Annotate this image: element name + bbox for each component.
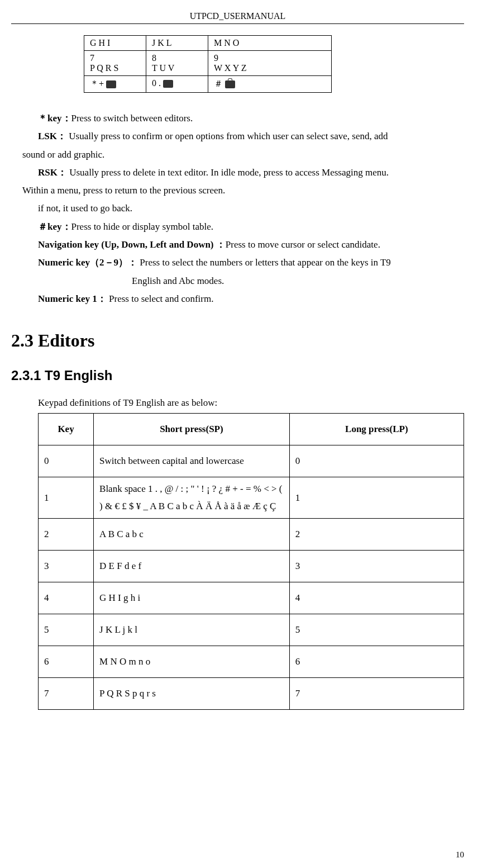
keypad-letters: W X Y Z — [214, 63, 247, 73]
keypad-cell: M N O — [208, 36, 332, 51]
def-line: Numeric key（2－9）： Press to select the nu… — [22, 254, 464, 272]
t9-lp: 7 — [289, 678, 464, 710]
page-header: UTPCD_USERMANUAL — [11, 11, 464, 24]
t9-header-sp: Short press(SP) — [94, 414, 290, 445]
t9-lp: 3 — [289, 551, 464, 582]
t9-lp: 1 — [289, 477, 464, 519]
t9-sp: M N O m n o — [94, 646, 290, 678]
keypad-cell: G H I — [84, 36, 146, 51]
num1-text: Press to select and confirm. — [107, 293, 214, 304]
t9-key: 5 — [39, 614, 94, 646]
keypad-cell: 8 T U V — [146, 51, 208, 76]
keypad-cell: 0 . — [146, 76, 208, 93]
subsection-heading: 2.3.1 T9 English — [11, 368, 464, 383]
lsk-label: LSK： — [38, 131, 66, 141]
mode-icon — [106, 80, 116, 88]
keypad-letters: P Q R S — [90, 63, 118, 73]
def-line: if not, it used to go back. — [22, 200, 464, 217]
star-key-text: Press to switch between editors. — [71, 113, 193, 124]
def-line: Navigation key (Up, Down, Left and Down)… — [22, 236, 464, 254]
t9-sp: G H I g h i — [94, 582, 290, 614]
t9-lp: 0 — [289, 445, 464, 477]
def-line: Numeric key 1： Press to select and confi… — [22, 290, 464, 308]
keypad-symbol: ＊+ — [90, 79, 106, 88]
t9-keypad-table: Key Short press(SP) Long press(LP) 0 Swi… — [38, 413, 464, 710]
t9-lp: 6 — [289, 646, 464, 678]
num29-label: Numeric key（2－9）： — [38, 257, 137, 268]
keypad-cell: ＊+ — [84, 76, 146, 93]
t9-key: 4 — [39, 582, 94, 614]
t9-lp: 5 — [289, 614, 464, 646]
mode-icon — [163, 80, 173, 88]
keypad-cell: 9 W X Y Z — [208, 51, 332, 76]
section-heading: 2.3 Editors — [11, 330, 464, 351]
star-key-label: ＊key： — [38, 113, 71, 124]
nav-key-label: Navigation key (Up, Down, Left and Down)… — [38, 239, 226, 250]
def-line: ＃key：Press to hide or display symbol tab… — [22, 218, 464, 236]
keypad-num: 9 — [214, 53, 218, 63]
num1-label: Numeric key 1： — [38, 293, 107, 304]
lock-icon — [225, 80, 235, 88]
table-row: 7 P Q R S p q r s 7 — [39, 678, 464, 710]
t9-key: 1 — [39, 477, 94, 519]
nav-key-text: Press to move cursor or select candidate… — [226, 239, 380, 250]
keypad-symbol: 0 . — [152, 78, 163, 88]
def-line: RSK： Usually press to delete in text edi… — [22, 164, 464, 182]
hash-key-label: ＃key： — [38, 221, 71, 232]
t9-sp: P Q R S p q r s — [94, 678, 290, 710]
t9-key: 0 — [39, 445, 94, 477]
keypad-cell: ＃ — [208, 76, 332, 93]
t9-sp: J K L j k l — [94, 614, 290, 646]
table-row: 2 A B C a b c 2 — [39, 519, 464, 551]
t9-key: 7 — [39, 678, 94, 710]
def-cont: Within a menu, press to return to the pr… — [22, 182, 464, 200]
table-row: 1 Blank space 1 . , @ / : ; " ' ! ¡ ? ¿ … — [39, 477, 464, 519]
table-row: 3 D E F d e f 3 — [39, 551, 464, 582]
def-line: LSK： Usually press to confirm or open op… — [22, 127, 464, 145]
keypad-cell: J K L — [146, 36, 208, 51]
t9-sp: D E F d e f — [94, 551, 290, 582]
rsk-text: Usually press to delete in text editor. … — [67, 167, 389, 178]
table-row: 6 M N O m n o 6 — [39, 646, 464, 678]
table-row: 5 J K L j k l 5 — [39, 614, 464, 646]
def-line: ＊key：Press to switch between editors. — [22, 110, 464, 127]
rsk-label: RSK： — [38, 167, 67, 178]
t9-sp: A B C a b c — [94, 519, 290, 551]
def-cont: English and Abc modes. — [22, 272, 464, 290]
t9-sp: Blank space 1 . , @ / : ; " ' ! ¡ ? ¿ # … — [94, 477, 290, 519]
lsk-text: Usually press to confirm or open options… — [66, 131, 388, 141]
keypad-num: 7 — [90, 53, 94, 63]
num29-text: Press to select the numbers or letters t… — [137, 257, 391, 268]
t9-lp: 2 — [289, 519, 464, 551]
t9-key: 3 — [39, 551, 94, 582]
table-row: 0 Switch between capital and lowercase 0 — [39, 445, 464, 477]
hash-key-text: Press to hide or display symbol table. — [71, 221, 214, 232]
keypad-letters: T U V — [152, 63, 174, 73]
keypad-symbol: ＃ — [214, 79, 225, 88]
t9-sp: Switch between capital and lowercase — [94, 445, 290, 477]
table-row: 4 G H I g h i 4 — [39, 582, 464, 614]
t9-header-lp: Long press(LP) — [289, 414, 464, 445]
page-number: 10 — [456, 850, 464, 860]
keypad-num: 8 — [152, 53, 156, 63]
t9-intro: Keypad definitions of T9 English are as … — [38, 397, 464, 409]
t9-header-key: Key — [39, 414, 94, 445]
keypad-letters-table: G H I J K L M N O 7 P Q R S 8 T U V 9 W … — [84, 35, 332, 93]
t9-key: 6 — [39, 646, 94, 678]
keypad-cell: 7 P Q R S — [84, 51, 146, 76]
t9-key: 2 — [39, 519, 94, 551]
t9-lp: 4 — [289, 582, 464, 614]
def-cont: sound or add graphic. — [22, 146, 464, 164]
